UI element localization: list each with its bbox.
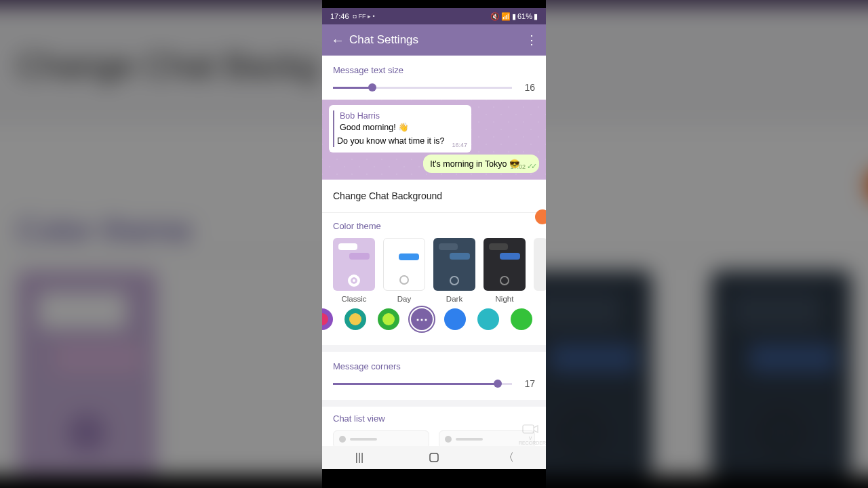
- sender-name: Bob Harris: [340, 110, 465, 122]
- text-size-section: Message text size 16: [322, 56, 546, 100]
- read-ticks-icon: ✓✓: [527, 162, 535, 171]
- chat-preview: Bob Harris Good morning! 👋 Do you know w…: [322, 100, 546, 180]
- recorder-watermark: V RECORDER: [519, 423, 542, 443]
- reply-text: It's morning in Tokyo 😎: [430, 159, 520, 169]
- status-indicators: ◘ FF ▸ •: [353, 13, 375, 20]
- status-bar: 17:46 ◘ FF ▸ • 🔇 📶 ▮ 61% ▮: [322, 8, 546, 24]
- color-swatch[interactable]: [411, 308, 433, 330]
- section-divider: [322, 345, 546, 352]
- message-corners-section: Message corners 17: [322, 352, 546, 400]
- recents-button[interactable]: |||: [353, 451, 366, 464]
- color-theme-label: Color theme: [333, 221, 546, 231]
- signal-icon: ▮: [512, 12, 516, 21]
- greeting-text: Good morning! 👋: [340, 122, 465, 134]
- corners-label: Message corners: [333, 361, 535, 371]
- theme-option-night[interactable]: Night: [484, 238, 526, 303]
- recorder-badge-icon: [535, 209, 546, 224]
- wifi-icon: 📶: [501, 12, 511, 21]
- color-swatch[interactable]: [378, 308, 399, 330]
- back-nav-button[interactable]: 〈: [502, 451, 515, 464]
- overflow-menu-button[interactable]: ⋮: [521, 33, 542, 47]
- home-button[interactable]: [427, 451, 441, 464]
- battery-text: 61%: [517, 12, 532, 20]
- svg-rect-1: [430, 453, 438, 462]
- color-swatch[interactable]: [511, 308, 532, 330]
- phone-frame: 17:46 ◘ FF ▸ • 🔇 📶 ▮ 61% ▮ ← Chat Settin…: [322, 0, 546, 488]
- text-size-value: 16: [520, 82, 535, 93]
- incoming-time: 16:47: [452, 141, 467, 149]
- outgoing-bubble: It's morning in Tokyo 😎 17:02 ✓✓: [423, 155, 539, 173]
- text-size-slider[interactable]: [333, 87, 512, 89]
- incoming-bubble: Bob Harris Good morning! 👋 Do you know w…: [329, 105, 471, 152]
- appbar-title: Chat Settings: [349, 33, 521, 47]
- outgoing-time: 17:02: [510, 163, 526, 170]
- color-theme-section: Color theme ClassicDayDarkNight: [322, 213, 546, 345]
- color-swatch[interactable]: [444, 308, 466, 330]
- color-swatch[interactable]: [344, 308, 366, 330]
- corners-slider[interactable]: [333, 383, 512, 385]
- text-size-label: Message text size: [333, 65, 535, 75]
- theme-option-day[interactable]: Day: [383, 238, 425, 303]
- battery-icon: ▮: [534, 12, 538, 21]
- chat-list-view-section: Chat list view: [322, 407, 546, 448]
- android-nav-bar: ||| 〈: [322, 446, 546, 469]
- question-text: Do you know what time it is?: [337, 136, 465, 147]
- theme-option-dark[interactable]: Dark: [433, 238, 475, 303]
- color-swatch[interactable]: [477, 308, 499, 330]
- corners-value: 17: [520, 378, 535, 389]
- svg-rect-0: [523, 425, 534, 433]
- status-time: 17:46: [330, 12, 349, 20]
- app-bar: ← Chat Settings ⋮: [322, 24, 546, 56]
- mute-icon: 🔇: [490, 12, 500, 21]
- list-view-label: Chat list view: [333, 413, 535, 424]
- theme-option-classic[interactable]: Classic: [333, 238, 375, 303]
- change-background-button[interactable]: Change Chat Background: [322, 180, 546, 213]
- section-divider: [322, 400, 546, 407]
- back-button[interactable]: ←: [326, 33, 349, 48]
- color-swatch[interactable]: [322, 308, 333, 330]
